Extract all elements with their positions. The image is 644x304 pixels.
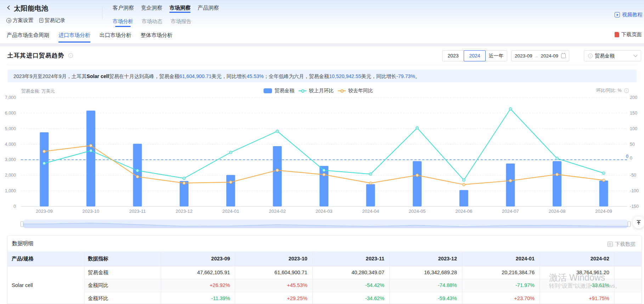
bar-2024-09[interactable] <box>599 181 608 206</box>
year-btn-2023[interactable]: 2023 <box>442 51 464 61</box>
info-icon[interactable]: i <box>68 53 73 58</box>
cell-金额同比-2024-01: -71.97% <box>462 279 535 292</box>
subtab-市场动态[interactable]: 市场动态 <box>142 18 162 26</box>
cell-金额环比-2024-01: +23.70% <box>462 292 535 304</box>
svg-text:-150: -150 <box>630 204 639 209</box>
col-header: 2023-10 <box>235 252 307 266</box>
date-range-picker[interactable]: 2023-09 → 2024-09 <box>511 50 569 61</box>
col-header: 2023-09 <box>161 252 230 266</box>
tab-客户洞察[interactable]: 客户洞察 <box>113 5 134 13</box>
app-header: 太阳能电池 方案设置 贸易记录 客户洞察竞企洞察市场洞察产品洞察 市场分析市场动… <box>0 0 644 27</box>
year-button-group: 20232024近一年 <box>442 50 507 61</box>
year-btn-2024[interactable]: 2024 <box>464 50 486 61</box>
data-detail-card: 数据明细 下载数据 产品/规格数据指标2023-092023-102023-11… <box>7 235 642 304</box>
back-to-top-button[interactable] <box>633 216 644 228</box>
zoom-handle-left[interactable] <box>21 221 23 227</box>
bar-2023-09[interactable] <box>40 132 49 206</box>
back-icon[interactable] <box>7 5 12 10</box>
nav-进口市场分析[interactable]: 进口市场分析 <box>58 32 90 43</box>
svg-text:2024-08: 2024-08 <box>549 209 566 214</box>
cell-金额同比-2023-10: +45.53% <box>235 279 307 292</box>
scheme-settings-link[interactable]: 方案设置 <box>6 17 33 24</box>
col-header: 2023-12 <box>389 252 457 266</box>
svg-text:0: 0 <box>13 204 16 209</box>
summary-text: 2023年9月至2024年9月，土耳其Solar cell贸易在十月达到高峰，贸… <box>13 73 420 80</box>
nav-整体市场分析[interactable]: 整体市场分析 <box>141 32 173 43</box>
date-from: 2023-09 <box>515 53 532 59</box>
summary-banner: 2023年9月至2024年9月，土耳其Solar cell贸易在十月达到高峰，贸… <box>7 70 637 82</box>
bar-2024-06[interactable] <box>459 190 468 206</box>
calendar-icon <box>561 54 566 58</box>
pdf-icon <box>615 32 619 37</box>
bar-2024-08[interactable] <box>553 161 561 206</box>
product-name: Solar cell <box>12 266 33 304</box>
header-divider <box>102 6 102 19</box>
nav-出口市场分析[interactable]: 出口市场分析 <box>100 32 131 43</box>
back-to-top-icon <box>636 220 642 225</box>
nav-items: 产品市场生命周期进口市场分析出口市场分析整体市场分析 <box>7 32 173 43</box>
market-analysis-nav: 产品市场生命周期进口市场分析出口市场分析整体市场分析 下载页面 <box>0 27 644 44</box>
cell-金额同比-2023-11: -54.42% <box>312 279 384 292</box>
svg-text:2024-01: 2024-01 <box>222 209 239 214</box>
page-title: 太阳能电池 <box>14 4 49 13</box>
bar-2023-12[interactable] <box>180 181 188 206</box>
bar-2024-07[interactable] <box>506 164 515 206</box>
cell-金额环比-2023-09: -11.39% <box>161 292 230 304</box>
svg-text:2024-02: 2024-02 <box>269 209 286 214</box>
svg-text:2,000: 2,000 <box>5 173 16 178</box>
video-tutorial-link[interactable]: 视频教程 <box>615 11 643 18</box>
svg-text:2024-06: 2024-06 <box>455 209 472 214</box>
col-header: 数据指标 <box>88 252 159 266</box>
zoom-handle-right[interactable] <box>628 221 631 227</box>
svg-text:2024-09: 2024-09 <box>595 209 612 214</box>
svg-text:50: 50 <box>630 142 635 147</box>
trend-chart[interactable]: 7,0002006,0001505,0001004,000503,00002,0… <box>0 85 644 234</box>
spreadsheet-icon <box>608 242 613 247</box>
year-btn-近一年[interactable]: 近一年 <box>485 51 507 61</box>
tab-市场洞察[interactable]: 市场洞察 <box>169 5 191 13</box>
bar-2024-04[interactable] <box>366 184 375 206</box>
bar-2024-02[interactable] <box>273 146 282 206</box>
bar-2024-03[interactable] <box>320 166 328 206</box>
svg-text:-50: -50 <box>630 173 636 178</box>
trade-records-link[interactable]: 贸易记录 <box>39 17 65 24</box>
section-gap <box>0 44 644 46</box>
svg-text:6,000: 6,000 <box>5 111 16 116</box>
sub-tabs: 市场分析市场动态市场报告 <box>113 18 191 26</box>
svg-text:100: 100 <box>630 126 637 131</box>
tab-产品洞察[interactable]: 产品洞察 <box>198 5 219 13</box>
cell-金额同比-2023-12: -74.88% <box>389 279 457 292</box>
windows-watermark-line2: 转到“设置”以激活 Windows。 <box>549 282 621 290</box>
col-header: 2023-11 <box>312 252 384 266</box>
tab-竞企洞察[interactable]: 竞企洞察 <box>141 5 162 13</box>
svg-text:0: 0 <box>630 156 632 161</box>
windows-watermark-line1: 激活 Windows <box>549 272 605 283</box>
svg-text:0: 0 <box>626 154 628 159</box>
row-label: 金额环比 <box>88 292 108 304</box>
svg-text:200: 200 <box>630 95 637 100</box>
bar-2024-05[interactable] <box>413 161 422 206</box>
bar-2023-10[interactable] <box>86 111 95 206</box>
gear-icon <box>6 18 11 23</box>
svg-text:2024-07: 2024-07 <box>502 209 519 214</box>
svg-text:2023-09: 2023-09 <box>36 209 53 214</box>
cell-金额环比-2024-02: +91.75% <box>540 292 609 304</box>
cell-金额环比-2023-11: -34.62% <box>312 292 384 304</box>
svg-text:2024-04: 2024-04 <box>362 209 379 214</box>
nav-产品市场生命周期[interactable]: 产品市场生命周期 <box>7 32 49 43</box>
document-icon <box>39 18 43 23</box>
svg-text:2023-12: 2023-12 <box>176 209 193 214</box>
subtab-市场报告[interactable]: 市场报告 <box>171 18 191 26</box>
download-data-button[interactable]: 下载数据 <box>608 241 635 248</box>
metric-select[interactable]: i 贸易金额 <box>584 50 641 61</box>
col-header: 2024-01 <box>462 252 535 266</box>
svg-text:-100: -100 <box>630 188 639 193</box>
bar-2023-11[interactable] <box>133 144 142 206</box>
range-arrow-icon: → <box>535 54 539 59</box>
cell-贸易金额-2024-01: 20,216,384.76 <box>462 266 535 279</box>
download-page-button[interactable]: 下载页面 <box>615 31 642 38</box>
cell-金额环比-2023-12: -59.43% <box>389 292 457 304</box>
bar-2024-01[interactable] <box>226 175 235 206</box>
subtab-市场分析[interactable]: 市场分析 <box>113 18 133 26</box>
metric-info-icon: i <box>588 54 593 58</box>
